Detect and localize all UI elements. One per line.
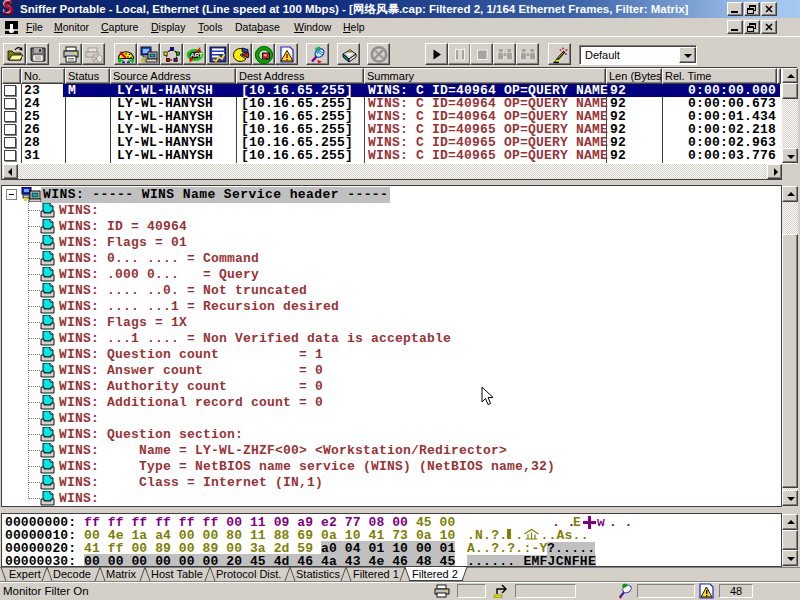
svg-text:ART: ART <box>190 51 203 58</box>
